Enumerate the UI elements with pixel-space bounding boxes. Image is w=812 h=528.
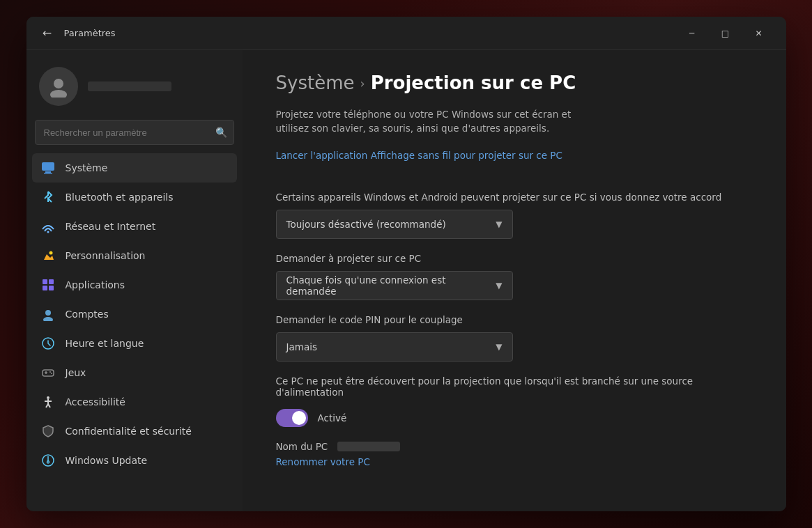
sidebar-label-reseau: Réseau et Internet — [66, 221, 156, 232]
toggle-description: Ce PC ne peut être découvert pour la pro… — [276, 375, 753, 398]
launch-app-link[interactable]: Lancer l'application Affichage sans fil … — [276, 150, 562, 161]
network-icon — [40, 219, 56, 234]
sidebar: 🔍 Système Bluetooth et appareils Rés — [26, 50, 243, 511]
close-button[interactable]: ✕ — [743, 22, 775, 45]
avatar — [39, 67, 78, 106]
sidebar-item-systeme[interactable]: Système — [32, 153, 237, 183]
bluetooth-icon — [40, 189, 56, 205]
section1-dropdown-value: Toujours désactivé (recommandé) — [286, 219, 446, 230]
sidebar-label-bluetooth: Bluetooth et appareils — [66, 192, 174, 203]
apps-icon — [40, 277, 56, 293]
search-icon: 🔍 — [215, 127, 227, 138]
maximize-button[interactable]: □ — [710, 22, 742, 45]
svg-point-18 — [51, 373, 52, 374]
section2-dropdown[interactable]: Chaque fois qu'une connexion est demandé… — [276, 271, 513, 300]
section3-dropdown[interactable]: Jamais ▼ — [276, 332, 513, 362]
section2-dropdown-value: Chaque fois qu'une connexion est demandé… — [286, 274, 496, 297]
svg-point-11 — [45, 310, 51, 316]
sidebar-item-personnalisation[interactable]: Personnalisation — [32, 241, 237, 270]
toggle-row: Activé — [276, 409, 753, 427]
sidebar-item-applications[interactable]: Applications — [32, 270, 237, 300]
section1-label: Certains appareils Windows et Android pe… — [276, 192, 753, 203]
toggle-knob — [292, 411, 306, 425]
section2-label: Demander à projeter sur ce PC — [276, 253, 753, 264]
svg-point-0 — [54, 79, 63, 88]
window-content: 🔍 Système Bluetooth et appareils Rés — [26, 50, 786, 511]
chevron-down-icon-3: ▼ — [496, 342, 502, 352]
breadcrumb: Système › Projection sur ce PC — [276, 72, 753, 93]
svg-point-5 — [47, 231, 49, 233]
titlebar: ← Paramètres ─ □ ✕ — [26, 17, 786, 50]
svg-point-12 — [43, 317, 53, 321]
sidebar-item-comptes[interactable]: Comptes — [32, 300, 237, 329]
sidebar-item-reseau[interactable]: Réseau et Internet — [32, 212, 237, 241]
personalization-icon — [40, 248, 56, 263]
system-icon — [40, 160, 56, 176]
breadcrumb-current: Projection sur ce PC — [371, 72, 576, 93]
section3-label: Demander le code PIN pour le couplage — [276, 314, 753, 325]
svg-point-25 — [47, 456, 49, 458]
svg-point-19 — [47, 396, 49, 399]
sidebar-label-systeme: Système — [66, 162, 108, 173]
sidebar-label-comptes: Comptes — [66, 309, 109, 320]
security-icon — [40, 424, 56, 439]
time-icon — [40, 336, 56, 351]
gaming-icon — [40, 365, 56, 380]
svg-rect-8 — [49, 279, 54, 284]
search-input[interactable] — [35, 120, 234, 145]
section1-dropdown[interactable]: Toujours désactivé (recommandé) ▼ — [276, 210, 513, 239]
search-container: 🔍 — [35, 120, 234, 145]
sidebar-label-accessibilite: Accessibilité — [66, 396, 125, 407]
svg-rect-4 — [44, 173, 52, 174]
pc-name-row: Nom du PC — [276, 441, 753, 452]
toggle-section: Ce PC ne peut être découvert pour la pro… — [276, 375, 753, 427]
sidebar-item-confidentialite[interactable]: Confidentialité et sécurité — [32, 417, 237, 446]
sidebar-item-jeux[interactable]: Jeux — [32, 358, 237, 387]
minimize-button[interactable]: ─ — [676, 22, 708, 45]
user-name-blur — [88, 81, 171, 91]
main-content: Système › Projection sur ce PC Projetez … — [243, 50, 786, 511]
sidebar-item-windows-update[interactable]: Windows Update — [32, 446, 237, 475]
sidebar-item-heure[interactable]: Heure et langue — [32, 329, 237, 358]
section3-dropdown-value: Jamais — [286, 341, 317, 352]
sidebar-label-heure: Heure et langue — [66, 338, 144, 349]
sidebar-label-personnalisation: Personnalisation — [66, 250, 146, 261]
sidebar-label-confidentialite: Confidentialité et sécurité — [66, 426, 192, 437]
titlebar-title: Paramètres — [64, 28, 676, 38]
svg-point-17 — [49, 371, 51, 373]
accessibility-icon — [40, 394, 56, 410]
svg-point-1 — [50, 90, 67, 98]
pc-name-label: Nom du PC — [276, 441, 328, 452]
user-section — [32, 57, 237, 120]
svg-rect-7 — [43, 279, 47, 284]
accounts-icon — [40, 306, 56, 322]
settings-window: ← Paramètres ─ □ ✕ 🔍 — [26, 17, 786, 511]
chevron-down-icon: ▼ — [496, 219, 502, 229]
windows-update-icon — [40, 453, 56, 468]
page-description: Projetez votre téléphone ou votre PC Win… — [276, 107, 597, 136]
svg-rect-10 — [49, 286, 54, 290]
back-button[interactable]: ← — [38, 24, 57, 43]
rename-pc-link[interactable]: Renommer votre PC — [276, 456, 370, 467]
breadcrumb-parent: Système — [276, 72, 355, 93]
svg-point-6 — [49, 251, 52, 255]
svg-line-23 — [48, 404, 50, 407]
power-toggle[interactable] — [276, 409, 308, 427]
svg-rect-2 — [42, 162, 54, 171]
sidebar-item-bluetooth[interactable]: Bluetooth et appareils — [32, 183, 237, 212]
sidebar-label-applications: Applications — [66, 279, 125, 290]
svg-rect-9 — [43, 286, 47, 290]
svg-rect-3 — [45, 171, 51, 173]
sidebar-label-jeux: Jeux — [66, 367, 86, 378]
sidebar-item-accessibilite[interactable]: Accessibilité — [32, 387, 237, 417]
toggle-label: Activé — [318, 412, 347, 424]
breadcrumb-separator: › — [360, 76, 365, 91]
chevron-down-icon-2: ▼ — [496, 281, 502, 290]
window-controls: ─ □ ✕ — [676, 22, 775, 45]
pc-name-value-blur — [337, 442, 400, 451]
sidebar-label-windows-update: Windows Update — [66, 455, 148, 466]
